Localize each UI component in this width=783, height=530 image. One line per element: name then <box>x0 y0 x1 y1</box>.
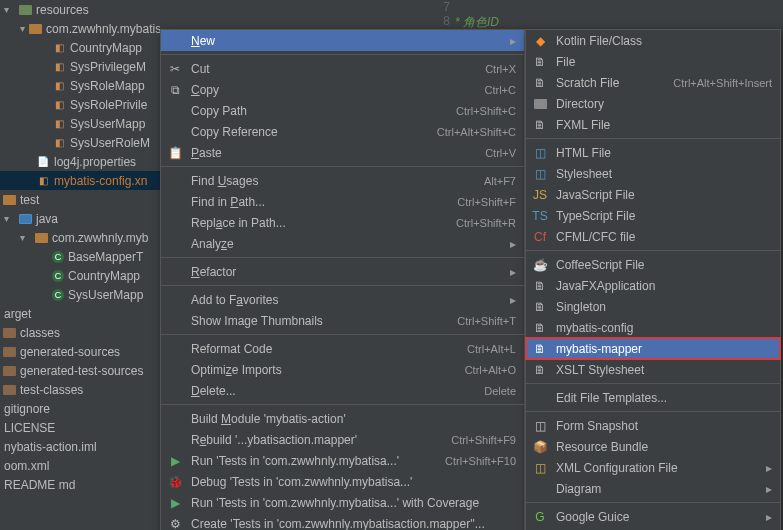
menu-resource-bundle[interactable]: 📦Resource Bundle <box>526 436 780 457</box>
menu-html[interactable]: ◫HTML File <box>526 142 780 163</box>
tree-file-pom[interactable]: oom.xml <box>0 456 160 475</box>
menu-reformat[interactable]: Reformat CodeCtrl+Alt+L <box>161 338 524 359</box>
menu-file[interactable]: 🗎File <box>526 51 780 72</box>
new-submenu: ◆Kotlin File/Class 🗎File 🗎Scratch FileCt… <box>525 29 781 530</box>
tree-folder-resources[interactable]: ▾resources <box>0 0 160 19</box>
menu-delete[interactable]: Delete...Delete <box>161 380 524 401</box>
menu-stylesheet[interactable]: ◫Stylesheet <box>526 163 780 184</box>
menu-new[interactable]: New▸ <box>161 30 524 51</box>
menu-cut[interactable]: ✂CutCtrl+X <box>161 58 524 79</box>
menu-cfml[interactable]: CfCFML/CFC file <box>526 226 780 247</box>
menu-js[interactable]: JSJavaScript File <box>526 184 780 205</box>
menu-thumbnails[interactable]: Show Image ThumbnailsCtrl+Shift+T <box>161 310 524 331</box>
menu-analyze[interactable]: Analyze▸ <box>161 233 524 254</box>
menu-mybatis-mapper[interactable]: 🗎mybatis-mapper <box>526 338 780 359</box>
coffee-icon: ☕ <box>532 258 548 272</box>
menu-favorites[interactable]: Add to Favorites▸ <box>161 289 524 310</box>
tree-folder-java[interactable]: ▾java <box>0 209 160 228</box>
form-icon: ◫ <box>532 419 548 433</box>
debug-icon: 🐞 <box>167 475 183 489</box>
menu-form-snapshot[interactable]: ◫Form Snapshot <box>526 415 780 436</box>
properties-icon: 📄 <box>36 155 50 169</box>
project-tree[interactable]: ▾resources ▾com.zwwhnly.mybatisaction.ma… <box>0 0 160 494</box>
file-icon: 🗎 <box>532 55 548 69</box>
guice-icon: G <box>532 510 548 524</box>
mybatis-icon: 🗎 <box>532 342 548 356</box>
menu-scratch[interactable]: 🗎Scratch FileCtrl+Alt+Shift+Insert <box>526 72 780 93</box>
line-number: 7 <box>430 0 450 14</box>
tree-file-readme[interactable]: README md <box>0 475 160 494</box>
tree-file[interactable]: ◧SysRoleMapp <box>0 76 160 95</box>
context-menu: New▸ ✂CutCtrl+X ⧉CopyCtrl+C Copy PathCtr… <box>160 29 525 530</box>
menu-copy-reference[interactable]: Copy ReferenceCtrl+Alt+Shift+C <box>161 121 524 142</box>
tree-package[interactable]: ▾com.zwwhnly.myb <box>0 228 160 247</box>
tree-folder[interactable]: generated-test-sources <box>0 361 160 380</box>
coverage-icon: ▶ <box>167 496 183 510</box>
tree-file[interactable]: ◧CountryMapp <box>0 38 160 57</box>
tree-file[interactable]: ◧SysUserMapp <box>0 114 160 133</box>
menu-replace-in-path[interactable]: Replace in Path...Ctrl+Shift+R <box>161 212 524 233</box>
mybatis-icon: 🗎 <box>532 321 548 335</box>
tree-package[interactable]: ▾com.zwwhnly.mybatisaction.mapper <box>0 19 160 38</box>
menu-kotlin[interactable]: ◆Kotlin File/Class <box>526 30 780 51</box>
menu-diagram[interactable]: Diagram▸ <box>526 478 780 499</box>
menu-coffee[interactable]: ☕CoffeeScript File <box>526 254 780 275</box>
tree-file-mybatis-config[interactable]: ◧mybatis-config.xn <box>0 171 160 190</box>
line-number: 8 <box>430 14 450 28</box>
menu-xml-config[interactable]: ◫XML Configuration File▸ <box>526 457 780 478</box>
tree-file-license[interactable]: LICENSE <box>0 418 160 437</box>
tree-folder-test[interactable]: test <box>0 190 160 209</box>
menu-copy[interactable]: ⧉CopyCtrl+C <box>161 79 524 100</box>
menu-optimize-imports[interactable]: Optimize ImportsCtrl+Alt+O <box>161 359 524 380</box>
xml-icon: ◫ <box>532 461 548 475</box>
tree-file[interactable]: ◧SysUserRoleM <box>0 133 160 152</box>
bundle-icon: 📦 <box>532 440 548 454</box>
tree-folder[interactable]: test-classes <box>0 380 160 399</box>
tree-folder[interactable]: generated-sources <box>0 342 160 361</box>
menu-copy-path[interactable]: Copy PathCtrl+Shift+C <box>161 100 524 121</box>
menu-run-tests[interactable]: ▶Run 'Tests in 'com.zwwhnly.mybatisa...'… <box>161 450 524 471</box>
tree-file-log4j[interactable]: 📄log4j.properties <box>0 152 160 171</box>
menu-create-tests[interactable]: ⚙Create 'Tests in 'com.zwwhnly.mybatisac… <box>161 513 524 530</box>
javafx-icon: 🗎 <box>532 279 548 293</box>
menu-xslt[interactable]: 🗎XSLT Stylesheet <box>526 359 780 380</box>
menu-ts[interactable]: TSTypeScript File <box>526 205 780 226</box>
tree-class[interactable]: CCountryMapp <box>0 266 160 285</box>
tree-file[interactable]: ◧SysRolePrivile <box>0 95 160 114</box>
menu-refactor[interactable]: Refactor▸ <box>161 261 524 282</box>
menu-build-module[interactable]: Build Module 'mybatis-action' <box>161 408 524 429</box>
menu-rebuild[interactable]: Rebuild '...ybatisaction.mapper'Ctrl+Shi… <box>161 429 524 450</box>
menu-mybatis-config[interactable]: 🗎mybatis-config <box>526 317 780 338</box>
tree-folder-target[interactable]: arget <box>0 304 160 323</box>
menu-directory[interactable]: Directory <box>526 93 780 114</box>
kotlin-icon: ◆ <box>532 34 548 48</box>
html-icon: ◫ <box>532 146 548 160</box>
tree-class[interactable]: CBaseMapperT <box>0 247 160 266</box>
menu-run-coverage[interactable]: ▶Run 'Tests in 'com.zwwhnly.mybatisa...'… <box>161 492 524 513</box>
css-icon: ◫ <box>532 167 548 181</box>
menu-javafx[interactable]: 🗎JavaFXApplication <box>526 275 780 296</box>
tree-file[interactable]: ◧SysPrivilegeM <box>0 57 160 76</box>
cut-icon: ✂ <box>167 62 183 76</box>
menu-singleton[interactable]: 🗎Singleton <box>526 296 780 317</box>
tree-folder[interactable]: classes <box>0 323 160 342</box>
scratch-icon: 🗎 <box>532 76 548 90</box>
menu-fxml[interactable]: 🗎FXML File <box>526 114 780 135</box>
paste-icon: 📋 <box>167 146 183 160</box>
menu-google-guice[interactable]: GGoogle Guice▸ <box>526 506 780 527</box>
menu-find-usages[interactable]: Find UsagesAlt+F7 <box>161 170 524 191</box>
tree-file-gitignore[interactable]: gitignore <box>0 399 160 418</box>
tree-class[interactable]: CSysUserMapp <box>0 285 160 304</box>
menu-paste[interactable]: 📋PasteCtrl+V <box>161 142 524 163</box>
menu-debug-tests[interactable]: 🐞Debug 'Tests in 'com.zwwhnly.mybatisa..… <box>161 471 524 492</box>
copy-icon: ⧉ <box>167 83 183 97</box>
menu-find-in-path[interactable]: Find in Path...Ctrl+Shift+F <box>161 191 524 212</box>
run-icon: ▶ <box>167 454 183 468</box>
fxml-icon: 🗎 <box>532 118 548 132</box>
folder-icon <box>532 99 548 109</box>
menu-edit-templates[interactable]: Edit File Templates... <box>526 387 780 408</box>
editor-gutter: 7 8 <box>430 0 450 28</box>
tree-file-iml[interactable]: nybatis-action.iml <box>0 437 160 456</box>
xslt-icon: 🗎 <box>532 363 548 377</box>
singleton-icon: 🗎 <box>532 300 548 314</box>
